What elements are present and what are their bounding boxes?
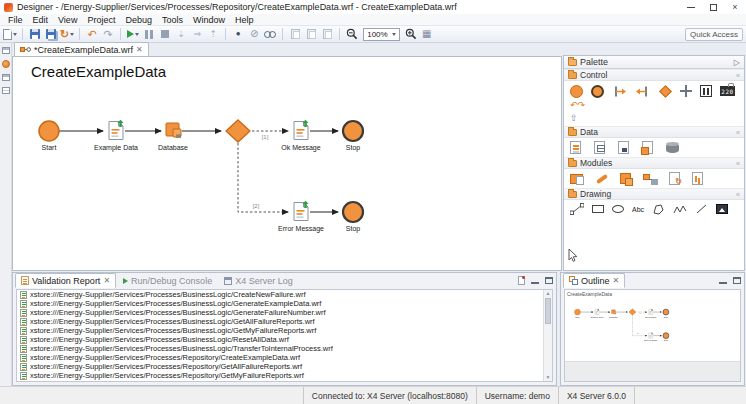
wait-node-tool[interactable] — [700, 85, 712, 97]
return-tool[interactable]: ⇧ — [570, 114, 578, 123]
text-tool[interactable]: Abc — [632, 206, 644, 213]
cut-button[interactable] — [304, 27, 318, 42]
module-tool-tool[interactable] — [595, 177, 608, 181]
properties-view-icon[interactable] — [2, 87, 10, 94]
minimize-panel-icon[interactable] — [719, 282, 727, 284]
jump-tool[interactable]: ↶↷ — [570, 101, 585, 110]
breakpoint-button[interactable]: ● — [231, 27, 245, 42]
validation-list-item[interactable]: xstore:///Energy-Supplier/Services/Proce… — [17, 371, 552, 380]
polygon-tool[interactable] — [652, 203, 665, 215]
zoom-in-button[interactable] — [404, 27, 418, 42]
node-example-data[interactable] — [109, 120, 124, 140]
section-collapse-icon[interactable]: « — [736, 129, 740, 136]
close-button[interactable]: × — [724, 0, 746, 14]
menu-help[interactable]: Help — [230, 15, 259, 25]
step-return-button[interactable]: ⇡ — [206, 27, 220, 42]
node-decision[interactable] — [226, 120, 250, 142]
save-all-button[interactable] — [44, 27, 58, 42]
tab-outline[interactable]: Outline ✕ — [563, 273, 625, 288]
palette-section-control[interactable]: Control « — [564, 69, 744, 81]
section-collapse-icon[interactable]: « — [736, 160, 740, 167]
menu-window[interactable]: Window — [188, 15, 230, 25]
node-error-message[interactable] — [294, 201, 309, 221]
workflow-canvas[interactable]: CreateExampleData — [12, 57, 562, 271]
decision-node-tool[interactable] — [658, 84, 672, 98]
save-button[interactable] — [28, 27, 42, 42]
restore-view-icon[interactable] — [2, 47, 10, 54]
restore-view-icon[interactable] — [2, 74, 10, 81]
node-stop-error[interactable] — [343, 202, 363, 222]
editor-tab-createexampledata[interactable]: *CreateExampleData.wrf ✕ — [14, 42, 149, 56]
undo-button[interactable]: ↶ — [85, 27, 99, 42]
tab-close-icon[interactable]: ✕ — [136, 45, 143, 54]
validation-list-item[interactable]: xstore:///Energy-Supplier/Services/Proce… — [17, 326, 552, 335]
paste-button[interactable] — [320, 27, 334, 42]
palette-header[interactable]: Palette ▷ — [564, 56, 744, 69]
skip-breakpoints-button[interactable]: ⊘ — [247, 27, 261, 42]
line-tool[interactable] — [695, 203, 708, 215]
scrollbar-thumb[interactable] — [545, 298, 551, 324]
fork-tool[interactable] — [612, 85, 627, 98]
menu-tools[interactable]: Tools — [157, 15, 188, 25]
polyline-tool[interactable] — [673, 203, 687, 215]
outline-minimap[interactable]: [1] [2] S — [567, 299, 727, 349]
palette-section-data[interactable]: Data « — [564, 126, 744, 138]
database-store-tool[interactable] — [666, 143, 679, 153]
palette-section-drawing[interactable]: Drawing « — [564, 188, 744, 200]
menu-project[interactable]: Project — [82, 15, 120, 25]
tab-validation-report[interactable]: Validation Report ✕ — [15, 273, 116, 288]
merge-tool[interactable] — [680, 85, 692, 97]
menu-view[interactable]: View — [53, 15, 82, 25]
node-stop-ok[interactable] — [343, 121, 363, 141]
rectangle-tool[interactable] — [592, 205, 604, 213]
validation-list-item[interactable]: xstore:///Energy-Supplier/Services/Proce… — [17, 317, 552, 326]
maximize-panel-icon[interactable] — [733, 277, 741, 284]
maximize-panel-icon[interactable] — [545, 277, 553, 284]
outline-content[interactable]: CreateExampleData — [564, 289, 741, 382]
step-over-button[interactable]: ⇒ — [190, 27, 204, 42]
tab-close-icon[interactable]: ✕ — [103, 276, 110, 285]
counter-node-tool[interactable]: 220 — [720, 86, 735, 96]
join-tool[interactable] — [635, 85, 650, 98]
validation-list-item[interactable]: xstore:///Energy-Supplier/Services/Proce… — [17, 353, 552, 362]
section-collapse-icon[interactable]: « — [736, 191, 740, 198]
node-ok-message[interactable] — [294, 120, 309, 140]
validation-list-item[interactable]: xstore:///Energy-Supplier/Services/Proce… — [17, 290, 552, 299]
image-tool[interactable] — [716, 204, 728, 214]
module-flow-tool[interactable] — [643, 174, 657, 184]
collapse-palette-icon[interactable]: ▷ — [734, 58, 740, 67]
tab-run-debug-console[interactable]: Run/Debug Console — [118, 273, 217, 288]
menu-debug[interactable]: Debug — [120, 15, 157, 25]
validation-scrollbar[interactable]: ▲ ▼ — [543, 290, 552, 381]
xml-document-tool[interactable] — [618, 141, 629, 154]
table-document-tool[interactable] — [594, 141, 605, 154]
redo-button[interactable]: ↷ — [101, 27, 115, 42]
validation-list-item[interactable]: xstore:///Energy-Supplier/Services/Proce… — [17, 308, 552, 317]
connector-tool[interactable] — [570, 203, 584, 215]
validation-list-item[interactable]: xstore:///Energy-Supplier/Services/Proce… — [17, 299, 552, 308]
copy-button[interactable] — [288, 27, 302, 42]
menu-edit[interactable]: Edit — [28, 15, 54, 25]
module-report-doc-tool[interactable] — [692, 172, 703, 185]
node-database[interactable] — [166, 123, 181, 138]
new-file-button[interactable] — [3, 27, 17, 42]
module-folder-tool[interactable] — [570, 174, 583, 184]
validation-list-item[interactable]: xstore:///Energy-Supplier/Services/Proce… — [17, 335, 552, 344]
section-collapse-icon[interactable]: « — [736, 72, 740, 79]
maximize-button[interactable] — [702, 0, 724, 14]
watch-button[interactable] — [263, 27, 277, 42]
scroll-down-icon[interactable]: ▼ — [546, 375, 551, 380]
step-into-button[interactable]: ⇣ — [174, 27, 188, 42]
stop-button[interactable] — [158, 27, 172, 42]
zoom-level-select[interactable]: 100% — [363, 28, 399, 41]
validation-list-item[interactable]: xstore:///Energy-Supplier/Services/Proce… — [17, 344, 552, 353]
palette-section-modules[interactable]: Modules « — [564, 157, 744, 169]
selection-tool[interactable] — [568, 248, 578, 266]
run-button[interactable] — [126, 27, 140, 42]
edge-decision-errormessage[interactable] — [238, 143, 288, 212]
validation-list-item[interactable]: xstore:///Energy-Supplier/Services/Proce… — [17, 362, 552, 371]
zoom-out-button[interactable] — [345, 27, 359, 42]
export-report-icon[interactable] — [518, 276, 525, 285]
stop-node-tool[interactable] — [591, 85, 604, 98]
tab-close-icon[interactable]: ✕ — [613, 276, 620, 285]
